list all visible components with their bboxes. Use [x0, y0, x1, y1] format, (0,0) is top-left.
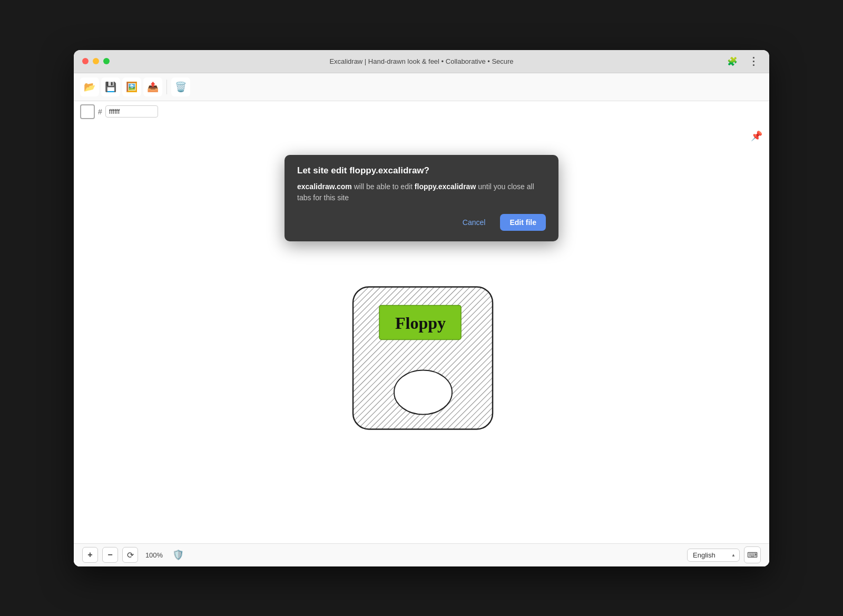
export-image-icon: 🖼️: [126, 81, 138, 93]
kebab-menu-icon: ⋮: [748, 55, 759, 67]
titlebar-actions: 🧩 ⋮: [725, 54, 761, 69]
save-button[interactable]: 💾: [101, 77, 120, 96]
close-button[interactable]: [82, 58, 89, 64]
window-title: Excalidraw | Hand-drawn look & feel • Co…: [329, 57, 513, 65]
trash-icon: 🗑️: [175, 81, 187, 93]
edit-file-button[interactable]: Edit file: [500, 214, 546, 231]
export-image-button[interactable]: 🖼️: [122, 77, 141, 96]
extensions-button[interactable]: 🧩: [725, 54, 740, 69]
dialog-filename: floppy.excalidraw: [415, 182, 476, 191]
menu-button[interactable]: ⋮: [746, 54, 761, 69]
toolbar-separator: [166, 80, 167, 94]
color-swatch[interactable]: [80, 104, 95, 119]
app-body: 📂 💾 🖼️ 📤 🗑️ #: [74, 73, 769, 566]
dialog-title: Let site edit floppy.excalidraw?: [297, 165, 546, 176]
titlebar: Excalidraw | Hand-drawn look & feel • Co…: [74, 50, 769, 73]
dialog-actions: Cancel Edit file: [297, 214, 546, 231]
toolbar: 📂 💾 🖼️ 📤 🗑️: [74, 73, 769, 101]
color-picker-area: #: [74, 104, 769, 123]
folder-open-icon: 📂: [84, 81, 95, 93]
export-button[interactable]: 📤: [143, 77, 162, 96]
dialog-body: excalidraw.com will be able to edit flop…: [297, 181, 546, 203]
delete-button[interactable]: 🗑️: [171, 77, 190, 96]
dialog-site-name: excalidraw.com: [297, 182, 352, 191]
window-controls: [82, 58, 110, 64]
puzzle-icon: 🧩: [727, 56, 738, 66]
maximize-button[interactable]: [103, 58, 110, 64]
color-hash-symbol: #: [98, 107, 102, 116]
save-icon: 💾: [105, 81, 116, 93]
mac-window: Excalidraw | Hand-drawn look & feel • Co…: [74, 50, 769, 566]
file-edit-dialog: Let site edit floppy.excalidraw? excalid…: [285, 155, 558, 241]
dialog-overlay: Let site edit floppy.excalidraw? excalid…: [74, 123, 769, 566]
export-icon: 📤: [147, 81, 159, 93]
open-button[interactable]: 📂: [80, 77, 99, 96]
minimize-button[interactable]: [93, 58, 99, 64]
color-input[interactable]: [105, 105, 158, 118]
cancel-button[interactable]: Cancel: [454, 214, 494, 231]
canvas-area[interactable]: Floppy Let site edit floppy.excalidraw? …: [74, 123, 769, 566]
